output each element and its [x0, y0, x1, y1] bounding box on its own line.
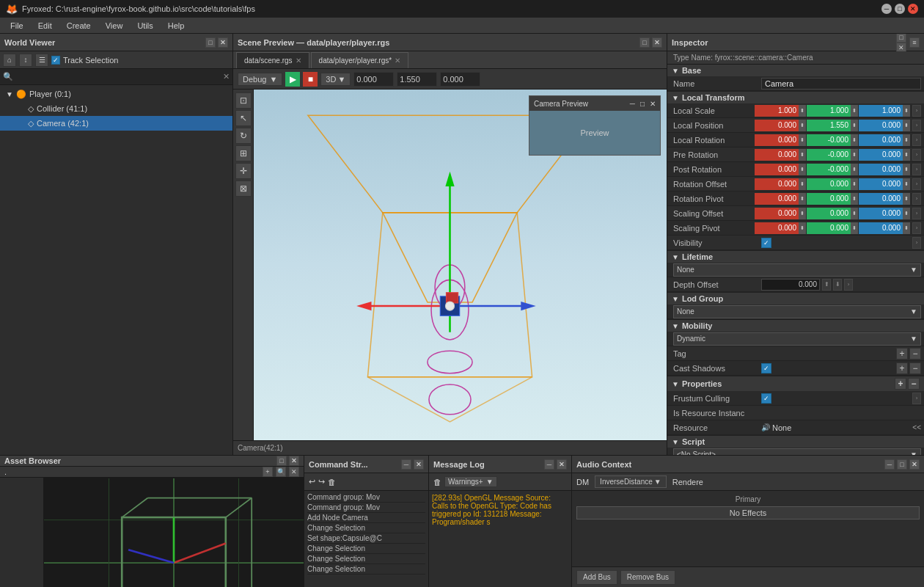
tab-close-player[interactable]: ✕	[395, 56, 400, 65]
cam-preview-float[interactable]: □	[640, 100, 645, 108]
so-z[interactable]	[859, 208, 903, 219]
cs-redo-btn[interactable]: ↪	[318, 477, 325, 486]
lp-x[interactable]	[755, 120, 799, 131]
sp-z[interactable]	[859, 222, 903, 234]
ml-close-btn[interactable]: ✕	[557, 459, 567, 470]
lp-z[interactable]	[859, 120, 903, 131]
mobility-dropdown[interactable]: Dynamic ▼	[673, 332, 921, 346]
tool-move[interactable]: ✛	[235, 163, 252, 179]
por-x[interactable]	[755, 164, 799, 175]
sp-x[interactable]	[755, 222, 799, 234]
cast-shadows-add[interactable]: +	[896, 362, 908, 374]
track-selection-checkbox[interactable]: ✓	[51, 56, 60, 65]
local-transform-header[interactable]: ▼ Local Transform	[667, 92, 924, 103]
lp-scroll[interactable]: ›	[912, 120, 921, 131]
tab-player-rgs[interactable]: data/player/player.rgs* ✕	[311, 52, 409, 68]
ls-y-spin[interactable]: ⬍	[851, 105, 858, 117]
wv-close-btn[interactable]: ✕	[218, 37, 228, 48]
sp-z-spin[interactable]: ⬍	[903, 222, 910, 234]
tool-extra[interactable]: ⊠	[235, 181, 252, 197]
cmd-item-6[interactable]: Change Selection	[307, 554, 425, 564]
lr-y-spin[interactable]: ⬍	[851, 134, 858, 146]
cs-undo-btn[interactable]: ↩	[309, 477, 315, 486]
lr-z[interactable]	[859, 134, 903, 146]
minimize-button[interactable]: ─	[881, 4, 892, 14]
cs-close-btn[interactable]: ✕	[414, 459, 424, 470]
cast-shadows-minus[interactable]: −	[909, 362, 921, 374]
do-scroll[interactable]: ›	[844, 279, 853, 291]
sp-x-spin[interactable]: ⬍	[799, 222, 806, 234]
cam-preview-close[interactable]: ✕	[650, 100, 656, 108]
ac-float-btn[interactable]: ─	[884, 459, 895, 470]
rp-z-spin[interactable]: ⬍	[903, 193, 910, 205]
stop-button[interactable]: ■	[303, 72, 318, 87]
scene-viewport[interactable]: ⊡ ↖ ↻ ⊞ ✛ ⊠ Camera Preview ─ □ ✕	[233, 90, 667, 440]
ml-float-btn[interactable]: ─	[544, 459, 554, 470]
pr-z-spin[interactable]: ⬍	[903, 149, 910, 161]
properties-header[interactable]: ▼ Properties + −	[667, 376, 924, 391]
cmd-item-0[interactable]: Command group: Mov	[307, 492, 425, 503]
ro-scroll[interactable]: ›	[912, 178, 921, 190]
ls-x-spin[interactable]: ⬍	[799, 105, 806, 117]
ml-filter-dropdown[interactable]: Warnings+ ▼	[444, 476, 497, 487]
rp-x-spin[interactable]: ⬍	[799, 193, 806, 205]
pr-x-spin[interactable]: ⬍	[799, 149, 806, 161]
lp-z-spin[interactable]: ⬍	[903, 120, 910, 131]
threed-button[interactable]: 3D ▼	[320, 73, 351, 86]
menu-help[interactable]: Help	[161, 20, 192, 32]
tag-add-btn[interactable]: +	[896, 348, 908, 360]
cmd-item-1[interactable]: Command group: Mov	[307, 503, 425, 513]
por-y-spin[interactable]: ⬍	[851, 164, 858, 175]
maximize-button[interactable]: □	[895, 4, 905, 14]
remove-bus-button[interactable]: Remove Bus	[620, 570, 675, 585]
menu-edit[interactable]: Edit	[31, 20, 59, 32]
ro-x[interactable]	[755, 178, 799, 190]
rp-y-spin[interactable]: ⬍	[851, 193, 858, 205]
rp-y[interactable]	[807, 193, 851, 205]
add-bus-button[interactable]: Add Bus	[576, 570, 617, 585]
debug-dropdown[interactable]: Debug ▼	[238, 73, 282, 86]
so-y[interactable]	[807, 208, 851, 219]
cmd-item-5[interactable]: Change Selection	[307, 544, 425, 554]
menu-view[interactable]: View	[98, 20, 131, 32]
ac-close-btn[interactable]: □	[897, 459, 907, 470]
pr-z[interactable]	[859, 149, 903, 161]
ls-scroll[interactable]: ›	[912, 105, 921, 117]
name-field[interactable]	[761, 78, 921, 90]
ab-close-btn[interactable]: ✕	[289, 456, 299, 466]
mobility-header[interactable]: ▼ Mobility	[667, 320, 924, 332]
coord-y-input[interactable]	[397, 72, 437, 87]
por-y[interactable]	[807, 164, 851, 175]
menu-file[interactable]: File	[3, 20, 31, 32]
cs-float-btn[interactable]: ─	[401, 459, 411, 470]
wv-float-btn[interactable]: □	[205, 37, 216, 48]
ls-z-spin[interactable]: ⬍	[903, 105, 910, 117]
so-y-spin[interactable]: ⬍	[851, 208, 858, 219]
cs-clear-btn[interactable]: 🗑	[328, 478, 336, 486]
pr-y[interactable]	[807, 149, 851, 161]
frustum-culling-checkbox[interactable]: ✓	[761, 393, 771, 404]
menu-create[interactable]: Create	[59, 20, 98, 32]
por-z-spin[interactable]: ⬍	[903, 164, 910, 175]
visibility-checkbox[interactable]: ✓	[761, 238, 771, 248]
tool-scale[interactable]: ⊞	[235, 145, 252, 161]
ro-y-spin[interactable]: ⬍	[851, 178, 858, 190]
ab-add-btn[interactable]: +	[263, 467, 273, 477]
cmd-item-4[interactable]: Set shape:Capsule@C	[307, 533, 425, 544]
coord-z-input[interactable]	[440, 72, 480, 87]
sp-y[interactable]	[807, 222, 851, 234]
por-z[interactable]	[859, 164, 903, 175]
close-button[interactable]: ✕	[908, 4, 918, 14]
lod-group-header[interactable]: ▼ Lod Group	[667, 293, 924, 305]
play-button[interactable]: ▶	[285, 72, 300, 87]
lr-x[interactable]	[755, 134, 799, 146]
lifetime-dropdown[interactable]: None ▼	[673, 263, 921, 277]
lr-x-spin[interactable]: ⬍	[799, 134, 806, 146]
tab-scene-rgs[interactable]: data/scene.rgs ✕	[236, 52, 309, 68]
so-x[interactable]	[755, 208, 799, 219]
ab-search-btn[interactable]: 🔍	[276, 467, 286, 477]
base-section-header[interactable]: ▼ Base	[667, 65, 924, 76]
rp-scroll[interactable]: ›	[912, 193, 921, 205]
tool-arrow[interactable]: ↖	[235, 110, 252, 126]
wv-sort-btn[interactable]: ↕	[19, 54, 32, 67]
